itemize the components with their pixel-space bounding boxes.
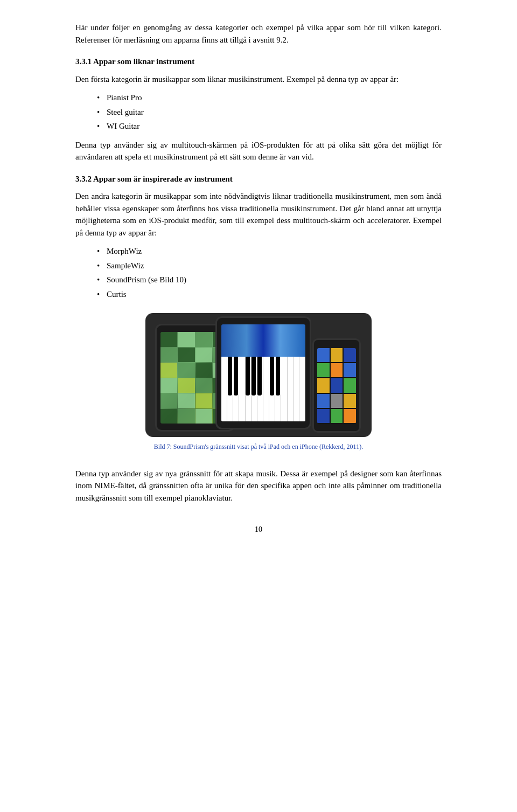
list-item: Steel guitar — [97, 106, 442, 119]
figure-image — [145, 313, 372, 437]
piano-color — [221, 324, 305, 357]
section1-body: Denna typ använder sig av multitouch-skä… — [75, 139, 442, 163]
list-item: WI Guitar — [97, 120, 442, 133]
figure-caption: Bild 7: SoundPrism's gränssnitt visat på… — [154, 442, 363, 452]
page-content: Här under följer en genomgång av dessa k… — [75, 0, 442, 566]
list-item: Pianist Pro — [97, 92, 442, 104]
section1-intro: Den första kategorin är musikappar som l… — [75, 73, 442, 86]
list-item: SoundPrism (se Bild 10) — [97, 274, 442, 286]
list-item: Curtis — [97, 288, 442, 301]
iphone-right-device — [312, 338, 361, 433]
section2-list: MorphWiz SampleWiz SoundPrism (se Bild 1… — [97, 245, 442, 300]
section1-list: Pianist Pro Steel guitar WI Guitar — [97, 92, 442, 133]
section2-intro: Den andra kategorin är musikappar som in… — [75, 190, 442, 239]
list-item: SampleWiz — [97, 260, 442, 272]
ipad-center-screen — [221, 324, 305, 421]
page-number: 10 — [75, 525, 442, 534]
list-item: MorphWiz — [97, 245, 442, 258]
section2-heading: 3.3.2 Appar som är inspirerade av instru… — [75, 173, 442, 185]
section1-heading: 3.3.1 Appar som liknar instrument — [75, 55, 442, 68]
section2-body: Denna typ använder sig av nya gränssnitt… — [75, 468, 442, 504]
piano-keys — [221, 357, 305, 421]
ipad-center-device — [215, 316, 311, 429]
intro-paragraph: Här under följer en genomgång av dessa k… — [75, 22, 442, 46]
iphone-right-screen — [317, 348, 356, 424]
figure-soundprism: Bild 7: SoundPrism's gränssnitt visat på… — [75, 313, 442, 458]
